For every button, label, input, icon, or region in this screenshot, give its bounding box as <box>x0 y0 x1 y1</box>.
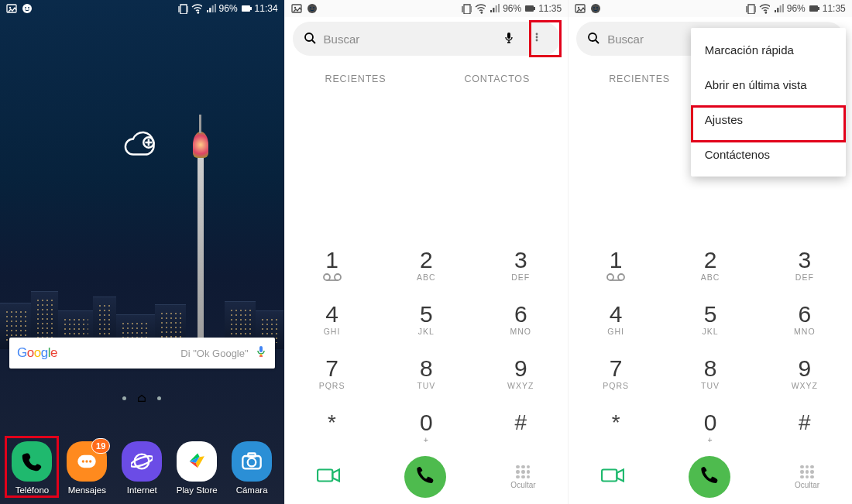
wifi-icon <box>759 3 770 14</box>
key-5[interactable]: 5JKL <box>379 292 473 346</box>
battery-icon <box>524 3 535 14</box>
clock: 11:35 <box>538 3 562 14</box>
key-9[interactable]: 9WXYZ <box>758 346 852 400</box>
video-call-button[interactable] <box>601 467 624 487</box>
app-phone[interactable]: Teléfono <box>6 441 57 495</box>
key-7[interactable]: 7PQRS <box>569 346 663 400</box>
key-1[interactable]: 1 <box>285 238 380 292</box>
search-bar[interactable]: Buscar <box>293 22 561 56</box>
key-3[interactable]: 3DEF <box>758 238 852 292</box>
app-playstore[interactable]: Play Store <box>171 441 222 495</box>
hide-dialpad-button[interactable]: Ocultar <box>795 465 819 489</box>
signal-icon <box>773 3 784 14</box>
status-bar: 96% 11:35 <box>569 0 852 17</box>
tab-recent[interactable]: RECIENTES <box>285 63 427 94</box>
key-3[interactable]: 3DEF <box>473 238 568 292</box>
key-4[interactable]: 4GHI <box>569 292 663 346</box>
call-button[interactable] <box>689 456 730 498</box>
page-indicator <box>0 393 284 403</box>
key-7[interactable]: 7PQRS <box>285 346 380 400</box>
app-internet[interactable]: Internet <box>116 441 167 495</box>
vibrate-icon <box>745 3 756 14</box>
key-8[interactable]: 8TUV <box>379 346 473 400</box>
tab-recent[interactable]: RECIENTES <box>569 63 710 94</box>
battery-pct: 96% <box>503 3 521 14</box>
google-logo: Google <box>17 345 57 361</box>
key-2[interactable]: 2ABC <box>379 238 473 292</box>
app-camera[interactable]: Cámara <box>226 441 277 495</box>
call-row: Ocultar <box>285 454 569 499</box>
menu-settings[interactable]: Ajustes <box>691 102 846 137</box>
battery-pct: 96% <box>787 3 806 14</box>
google-search-bar[interactable]: Google Di "Ok Google" <box>9 338 275 369</box>
call-row: Ocultar <box>569 454 852 499</box>
menu-last-view[interactable]: Abrir en última vista <box>691 67 846 102</box>
hide-dialpad-button[interactable]: Ocultar <box>510 465 535 489</box>
search-placeholder: Buscar <box>324 33 494 46</box>
dialpad: 1 2ABC 3DEF 4GHI 5JKL 6MNO 7PQRS 8TUV 9W… <box>569 238 852 454</box>
key-hash[interactable]: # <box>473 400 568 454</box>
home-icon <box>137 393 146 403</box>
call-button[interactable] <box>404 456 446 498</box>
notification-icon <box>590 3 601 14</box>
key-4[interactable]: 4GHI <box>285 292 380 346</box>
key-6[interactable]: 6MNO <box>473 292 568 346</box>
messages-badge: 19 <box>91 438 110 454</box>
search-icon <box>587 32 601 46</box>
notification-icon <box>307 3 318 14</box>
video-call-button[interactable] <box>317 467 340 487</box>
signal-icon <box>489 3 500 14</box>
app-dock: Teléfono 19Mensajes Internet Play Store … <box>0 441 284 495</box>
battery-pct: 96% <box>219 3 238 14</box>
cloud-upload-widget[interactable] <box>121 127 163 161</box>
menu-contact-us[interactable]: Contáctenos <box>691 137 846 172</box>
key-5[interactable]: 5JKL <box>663 292 758 346</box>
dialpad: 1 2ABC 3DEF 4GHI 5JKL 6MNO 7PQRS 8TUV 9W… <box>285 238 569 454</box>
search-hint: Di "Ok Google" <box>57 348 255 359</box>
key-6[interactable]: 6MNO <box>758 292 852 346</box>
notification-icon <box>22 3 33 14</box>
key-1[interactable]: 1 <box>569 238 663 292</box>
app-messages[interactable]: 19Mensajes <box>61 441 112 495</box>
more-button[interactable] <box>527 32 549 46</box>
home-screen: 96% 11:34 Google Di "Ok Google" Teléfono… <box>0 0 284 504</box>
key-8[interactable]: 8TUV <box>663 346 758 400</box>
menu-speed-dial[interactable]: Marcación rápida <box>691 33 846 67</box>
wifi-icon <box>475 3 486 14</box>
key-2[interactable]: 2ABC <box>663 238 758 292</box>
key-star[interactable]: * <box>285 400 380 454</box>
status-bar: 96% 11:35 <box>285 0 569 17</box>
battery-icon <box>241 3 252 14</box>
image-icon <box>6 3 17 14</box>
key-0[interactable]: 0+ <box>663 400 758 454</box>
status-bar: 96% 11:34 <box>0 0 284 17</box>
search-icon <box>304 32 318 46</box>
key-hash[interactable]: # <box>758 400 852 454</box>
phone-app-screen: 96% 11:35 Buscar RECIENTES CONTACTOS 1 2… <box>284 0 569 504</box>
image-icon <box>575 3 586 14</box>
key-star[interactable]: * <box>569 400 663 454</box>
image-icon <box>291 3 302 14</box>
tab-contacts[interactable]: CONTACTOS <box>426 63 568 94</box>
tabs: RECIENTES CONTACTOS <box>285 63 569 94</box>
clock: 11:35 <box>823 3 846 14</box>
signal-icon <box>205 3 216 14</box>
vibrate-icon <box>177 3 188 14</box>
key-9[interactable]: 9WXYZ <box>473 346 568 400</box>
mic-button[interactable] <box>500 32 521 46</box>
wifi-icon <box>191 3 202 14</box>
clock: 11:34 <box>255 3 278 14</box>
overflow-menu: Marcación rápida Abrir en última vista A… <box>691 28 846 177</box>
phone-app-menu-screen: 96% 11:35 Buscar RECIENTES 1 2ABC 3DEF 4… <box>568 0 852 504</box>
voice-search-icon[interactable] <box>255 345 267 361</box>
vibrate-icon <box>461 3 472 14</box>
battery-icon <box>809 3 819 14</box>
key-0[interactable]: 0+ <box>379 400 473 454</box>
